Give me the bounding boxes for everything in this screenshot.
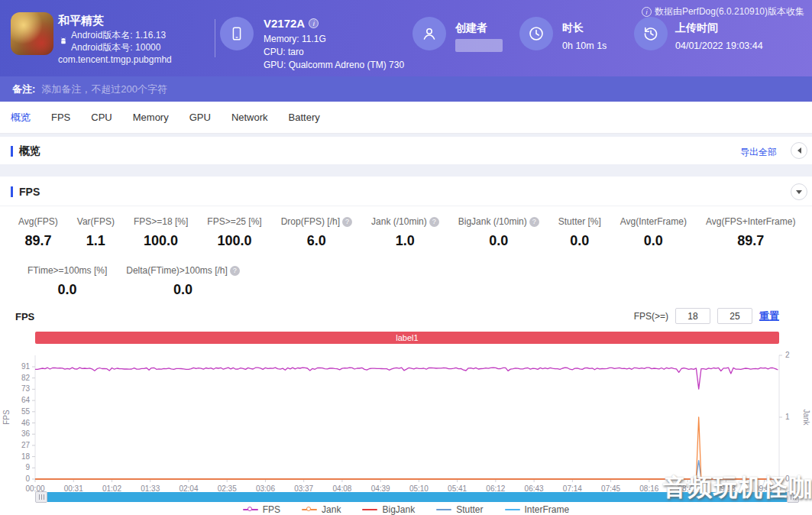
stat-value: 89.7 [24, 233, 51, 249]
svg-text:18: 18 [21, 452, 31, 461]
help-icon[interactable]: ? [529, 217, 539, 227]
watermark: 音频玩机怪咖 [663, 471, 812, 504]
device-gpu: GPU: Qualcomm Adreno (TM) 730 [264, 60, 404, 70]
upload-time-value: 04/01/2022 19:03:44 [675, 40, 763, 51]
scrollbar-left-handle[interactable] [35, 491, 47, 503]
legend-marker-icon [243, 507, 258, 513]
collect-note: i 数据由PerfDog(6.0.210910)版本收集 [642, 5, 804, 18]
user-icon [412, 17, 446, 50]
annotation-label: label1 [396, 333, 418, 342]
title-accent [11, 146, 13, 157]
reset-link[interactable]: 重置 [759, 309, 779, 323]
legend-item-InterFrame[interactable]: InterFrame [505, 504, 570, 515]
svg-text:Jank: Jank [802, 409, 810, 426]
stat-item-Jank (/10min): Jank (/10min) ? 1.0 [371, 216, 439, 249]
stat-value: 89.7 [737, 233, 764, 249]
svg-text:55: 55 [21, 407, 31, 416]
report-header: i 数据由PerfDog(6.0.210910)版本收集 和平精英 Androi… [0, 0, 812, 76]
stat-label: Stutter [%] [558, 216, 601, 227]
legend-label: FPS [263, 504, 280, 515]
stat-value: 0.0 [58, 282, 77, 298]
info-icon: i [642, 7, 652, 17]
device-model: V2172A i [264, 17, 319, 30]
stat-label: Avg(FPS+InterFrame) [706, 216, 795, 227]
android-icon [59, 35, 68, 49]
stat-item-BigJank (/10min): BigJank (/10min) ? 0.0 [458, 216, 539, 249]
stat-item-Var(FPS): Var(FPS) 1.1 [77, 216, 115, 249]
history-clock-icon [634, 17, 668, 50]
svg-text:82: 82 [21, 374, 31, 382]
legend-marker-icon [436, 507, 451, 513]
header-divider [215, 19, 215, 57]
svg-text:0: 0 [25, 475, 30, 483]
stat-label: Avg(FPS) [18, 216, 58, 227]
legend-marker-icon [302, 507, 317, 513]
svg-text:36: 36 [21, 429, 31, 438]
tab-Battery[interactable]: Battery [289, 112, 320, 123]
tab-概览[interactable]: 概览 [11, 111, 31, 125]
fps-chart-title: FPS [15, 311, 34, 322]
stat-item-FTime>=100ms [%]: FTime>=100ms [%] 0.0 [27, 265, 107, 298]
tab-Memory[interactable]: Memory [133, 112, 169, 123]
chevron-left-icon [794, 147, 801, 154]
creator-label: 创建者 [455, 21, 487, 35]
svg-text:FPS: FPS [2, 410, 11, 425]
svg-text:27: 27 [21, 441, 31, 449]
stat-label: BigJank (/10min) [458, 216, 527, 227]
app-icon [11, 12, 53, 55]
stat-value: 0.0 [644, 233, 663, 249]
tab-CPU[interactable]: CPU [91, 112, 112, 123]
stat-value: 100.0 [144, 233, 178, 249]
fps-threshold-label: FPS(>=) [634, 311, 668, 322]
legend-item-Stutter[interactable]: Stutter [436, 504, 483, 515]
help-icon[interactable]: ? [429, 217, 439, 227]
stat-value: 6.0 [307, 233, 326, 249]
fps-threshold-input-1[interactable] [675, 308, 710, 324]
phone-icon [220, 17, 254, 50]
stat-value: 100.0 [217, 233, 251, 249]
svg-text:46: 46 [21, 419, 31, 427]
stat-label: Avg(InterFrame) [620, 216, 687, 227]
fps-section-title: FPS [11, 186, 40, 198]
stat-label: Delta(FTime)>100ms [/h] [126, 265, 228, 276]
stat-label: FPS>=25 [%] [207, 216, 261, 227]
tab-bar: 概览FPSCPUMemoryGPUNetworkBattery [0, 102, 812, 134]
app-package: com.tencent.tmgp.pubgmhd [58, 54, 172, 65]
stat-item-Stutter [%]: Stutter [%] 0.0 [558, 216, 601, 249]
tab-GPU[interactable]: GPU [189, 112, 211, 123]
stat-item-Avg(FPS): Avg(FPS) 89.7 [18, 216, 58, 249]
tab-Network[interactable]: Network [231, 112, 268, 123]
fps-stats-row-2: FTime>=100ms [%] 0.0 Delta(FTime)>100ms … [27, 265, 240, 298]
help-icon[interactable]: ? [342, 217, 352, 227]
chart-annotation-bar: label1 [35, 332, 779, 344]
export-all-link[interactable]: 导出全部 [740, 146, 777, 159]
device-info-icon[interactable]: i [309, 18, 319, 28]
note-placeholder: 添加备注，不超过200个字符 [41, 83, 167, 96]
stat-item-Delta(FTime)>100ms [/h]: Delta(FTime)>100ms [/h] ? 0.0 [126, 265, 240, 298]
fps-threshold-input-2[interactable] [717, 308, 752, 324]
app-version-name: Android版本名: 1.16.13 [71, 29, 166, 42]
stat-label: FTime>=100ms [%] [27, 265, 107, 276]
section-divider [0, 206, 812, 206]
overview-title: 概览 [11, 144, 40, 158]
svg-text:1: 1 [785, 413, 790, 421]
duration-label: 时长 [562, 21, 584, 35]
tab-FPS[interactable]: FPS [51, 112, 70, 123]
stat-label: FPS>=18 [%] [134, 216, 188, 227]
help-icon[interactable]: ? [230, 266, 240, 276]
collapse-left-button[interactable] [791, 142, 807, 159]
app-version-code: Android版本号: 10000 [71, 41, 160, 54]
legend-item-FPS[interactable]: FPS [243, 504, 280, 515]
overview-section: 概览 导出全部 [0, 137, 812, 164]
legend-item-BigJank[interactable]: BigJank [362, 504, 415, 515]
note-input[interactable]: 备注: 添加备注，不超过200个字符 [0, 76, 812, 102]
collapse-down-button[interactable] [791, 183, 807, 200]
collect-note-text: 数据由PerfDog(6.0.210910)版本收集 [655, 5, 804, 18]
stat-item-Avg(FPS+InterFrame): Avg(FPS+InterFrame) 89.7 [706, 216, 795, 249]
device-cpu: CPU: taro [264, 47, 304, 57]
legend-item-Jank[interactable]: Jank [302, 504, 341, 515]
legend-label: InterFrame [525, 504, 570, 515]
device-model-text: V2172A [264, 17, 305, 30]
stat-label: Drop(FPS) [/h] [281, 216, 340, 227]
duration-value: 0h 10m 1s [562, 40, 607, 51]
